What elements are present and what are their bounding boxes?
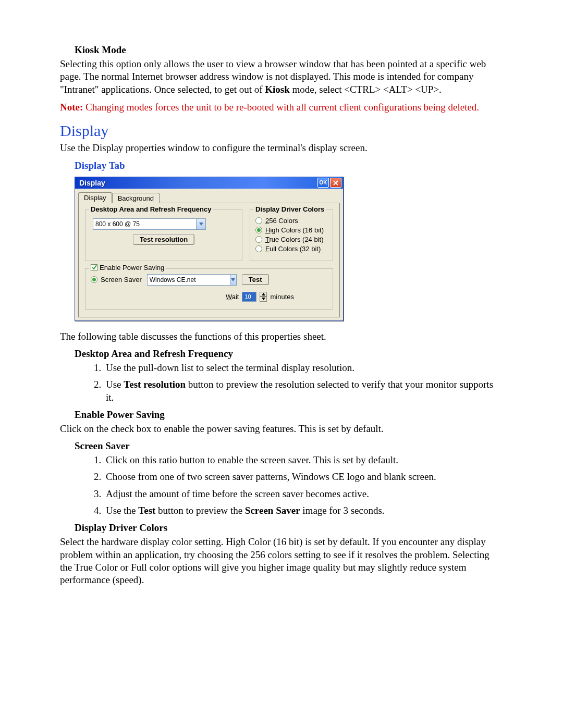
ok-label: OK [320,180,327,186]
dialog-title: Display [79,179,105,187]
radio-icon [255,245,262,252]
u: W [226,293,232,301]
list-item: Use Test resolution button to preview th… [104,378,503,404]
titlebar[interactable]: Display OK [75,177,343,189]
list-item: Use the pull-down list to select the ter… [104,362,503,374]
display-heading: Display [60,122,503,140]
display-dialog: Display OK Display Background Desktop Ar… [75,177,344,321]
spin-down[interactable] [260,297,267,302]
list-item: Adjust the amount of time before the scr… [104,488,503,500]
screen-saver-radio[interactable]: Screen Saver [91,276,142,283]
kiosk-heading: Kiosk Mode [75,44,503,56]
resolution-value[interactable] [93,219,196,229]
after-dialog-text: The following table discusses the functi… [60,330,503,343]
spin-up[interactable] [260,292,267,297]
enable-ps-heading: Enable Power Saving [75,409,503,421]
color-true[interactable]: True Colors (24 bit) [255,236,327,243]
color-full[interactable]: Full Colors (32 bit) [255,245,327,253]
list-item: Choose from one of two screen saver patt… [104,471,503,483]
checkbox-icon [91,264,97,271]
kiosk-note-text: Changing modes forces the unit to be re-… [83,102,479,113]
lbl: 56 Colors [269,217,298,225]
wait-units: minutes [270,293,294,301]
wait-value[interactable]: 10 [242,292,256,302]
kiosk-note-label: Note: [60,102,83,113]
group-desktop-area: Desktop Area and Refresh Frequency Test … [85,209,242,261]
display-intro: Use the Display properties window to con… [60,142,503,154]
lbl: igh Colors (16 bit) [270,226,324,234]
tab-display[interactable]: Display [78,192,112,203]
enable-ps-body: Click on the check box to enable the pow… [60,423,503,435]
wait-spinner[interactable]: 10 [242,292,267,302]
ok-button[interactable]: OK [317,178,329,188]
kiosk-body: Selecting this option only allows the us… [60,58,503,96]
group-driver-colors: Display Driver Colors 256 Colors High Co… [250,209,333,261]
radio-icon [255,217,262,224]
chevron-down-icon [231,278,235,281]
radio-icon [255,236,262,243]
close-icon [333,180,338,186]
screen-saver-dropdown[interactable] [230,275,236,285]
color-256[interactable]: 256 Colors [255,217,327,225]
group-power-saving: Enable Power Saving Screen Saver Test Wa… [85,268,333,310]
kiosk-note: Note: Changing modes forces the unit to … [60,101,503,114]
kiosk-body-b: mode, select <CTRL> <ALT> <UP>. [290,84,442,95]
lbl: ull Colors (32 bit) [270,245,321,253]
ss-label: Screen Saver [101,276,142,283]
radio-icon [91,276,97,283]
color-high[interactable]: High Colors (16 bit) [255,226,327,234]
screen-saver-list: Click on this ratio button to enable the… [89,454,503,517]
eps-label: Enable Power Saving [100,264,164,272]
list-item: Use the Test button to preview the Scree… [104,504,503,517]
tab-body: Desktop Area and Refresh Frequency Test … [78,203,340,317]
triangle-down-icon [262,298,265,300]
triangle-up-icon [262,293,265,295]
desktop-area-list: Use the pull-down list to select the ter… [89,362,503,404]
test-resolution-button[interactable]: Test resolution [133,234,194,245]
display-subheading: Display Tab [75,160,503,171]
driver-colors-heading: Display Driver Colors [75,522,503,534]
screen-saver-value[interactable] [148,275,230,285]
resolution-select[interactable] [93,218,206,230]
wait-label: Wait [226,293,239,301]
driver-colors-body: Select the hardware display color settin… [60,536,503,586]
tab-background[interactable]: Background [112,193,160,203]
rest: ait [232,293,239,301]
screen-saver-heading: Screen Saver [75,440,503,452]
kiosk-body-bold: Kiosk [265,84,290,95]
u: H [265,226,270,234]
chevron-down-icon [199,223,203,226]
resolution-dropdown[interactable] [196,219,205,229]
lbl: rue Colors (24 bit) [269,236,323,243]
desktop-area-heading: Desktop Area and Refresh Frequency [75,348,503,360]
group-desktop-legend: Desktop Area and Refresh Frequency [89,205,213,213]
screen-saver-select[interactable] [147,274,237,286]
group-colors-legend: Display Driver Colors [253,205,326,213]
enable-power-saving[interactable]: Enable Power Saving [89,264,166,272]
list-item: Click on this ratio button to enable the… [104,454,503,466]
close-button[interactable] [330,178,341,188]
u: F [265,245,270,253]
test-button[interactable]: Test [242,274,269,285]
radio-icon [255,227,262,233]
